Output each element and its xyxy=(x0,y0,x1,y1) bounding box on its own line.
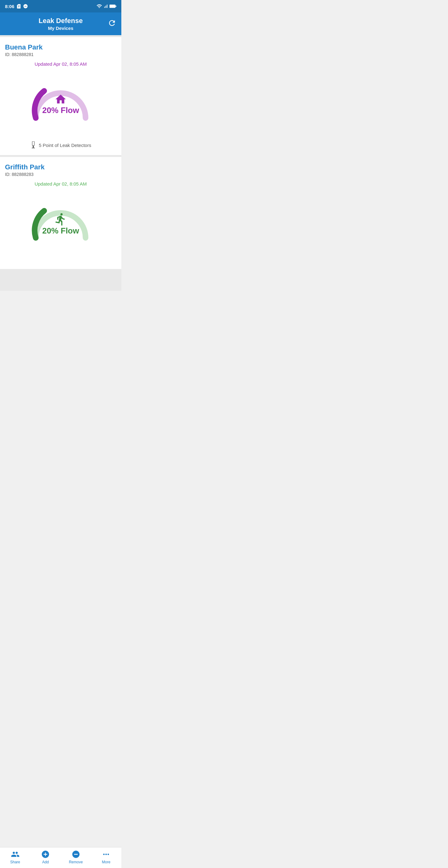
gauge-label-buena-park: 20% Flow xyxy=(42,105,79,115)
device-id-griffith-park: ID: 882888283 xyxy=(5,172,116,177)
wifi-icon xyxy=(97,3,102,9)
status-bar: 8:06 xyxy=(0,0,121,12)
leak-detectors-buena-park: 5 Point of Leak Detectors xyxy=(5,141,116,149)
leak-detectors-label-buena-park: 5 Point of Leak Detectors xyxy=(39,143,91,148)
gauge-center-buena-park: 20% Flow xyxy=(42,93,79,115)
device-card-buena-park[interactable]: Buena Park ID: 882888281 Updated Apr 02,… xyxy=(0,37,121,155)
gauge-buena-park: 20% Flow xyxy=(5,70,116,138)
status-icons xyxy=(97,3,116,9)
signal-icon xyxy=(103,4,108,9)
gauge-label-griffith-park: 20% Flow xyxy=(42,226,79,236)
svg-rect-2 xyxy=(32,141,34,146)
main-content: Buena Park ID: 882888281 Updated Apr 02,… xyxy=(0,35,121,291)
refresh-button[interactable] xyxy=(108,19,116,29)
person-running-icon xyxy=(54,212,68,226)
app-bar: Leak Defense My Devices xyxy=(0,12,121,35)
device-card-griffith-park[interactable]: Griffith Park ID: 882888283 Updated Apr … xyxy=(0,157,121,269)
svg-rect-3 xyxy=(33,146,34,148)
device-name-griffith-park: Griffith Park xyxy=(5,163,116,171)
svg-rect-4 xyxy=(32,148,35,149)
updated-text-griffith-park: Updated Apr 02, 8:05 AM xyxy=(5,181,116,186)
battery-icon xyxy=(109,4,116,9)
status-time: 8:06 xyxy=(5,4,14,9)
sensor-icon xyxy=(30,141,36,149)
app-bar-title: Leak Defense xyxy=(15,17,106,25)
home-icon xyxy=(55,93,67,105)
svg-rect-1 xyxy=(115,6,116,7)
sim-icon xyxy=(16,4,21,9)
gauge-griffith-park: 20% Flow xyxy=(5,190,116,258)
gauge-center-griffith-park: 20% Flow xyxy=(42,212,79,236)
device-id-buena-park: ID: 882888281 xyxy=(5,52,116,57)
device-name-buena-park: Buena Park xyxy=(5,43,116,51)
no-entry-icon xyxy=(23,4,28,9)
svg-rect-0 xyxy=(109,5,115,7)
status-left: 8:06 xyxy=(5,4,28,9)
app-bar-subtitle: My Devices xyxy=(15,26,106,31)
updated-text-buena-park: Updated Apr 02, 8:05 AM xyxy=(5,61,116,67)
